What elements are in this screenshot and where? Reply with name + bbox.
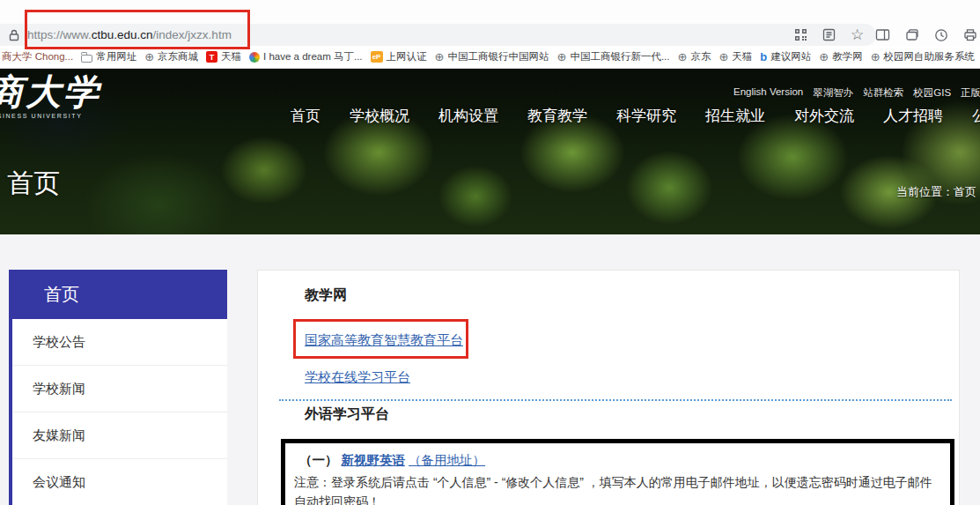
sidebar: 首页 学校公告 学校新闻 友媒新闻 会议通知 <box>9 270 227 505</box>
utility-link[interactable]: 校园GIS <box>913 86 951 100</box>
dotted-separator <box>279 399 952 401</box>
link-backup-address[interactable]: （备用地址） <box>409 453 485 467</box>
address-bar[interactable]: https://www.ctbu.edu.cn/index/jxzx.htm <box>0 24 876 46</box>
toolbar-right-actions <box>874 23 978 47</box>
bookmark-favicon <box>144 51 154 63</box>
main-content: 教学网 国家高等教育智慧教育平台 学校在线学习平台 外语学习平台 （一） 新视野… <box>257 270 960 505</box>
bookmark-favicon <box>718 51 728 63</box>
sidebar-item[interactable]: 学校公告 <box>9 319 227 366</box>
bookmark-label: 常用网址 <box>96 50 136 63</box>
bookmark-item[interactable]: 建议网站 <box>760 50 811 63</box>
bookmark-label: 中国工商银行新一代... <box>570 50 669 63</box>
university-logo[interactable]: 商大学 USINESS UNIVERSITY <box>0 74 101 119</box>
url-path: /index/jxzx.htm <box>153 28 232 41</box>
bookmark-item[interactable]: 中国工商银行新一代... <box>556 50 669 63</box>
utility-link[interactable]: English Version <box>733 86 803 100</box>
history-icon[interactable] <box>932 26 949 43</box>
bookmark-item[interactable]: 校园网自助服务系统 <box>871 50 975 63</box>
sidebar-accent-stripe <box>9 319 12 505</box>
link-online-learning-platform[interactable]: 学校在线学习平台 <box>305 369 410 386</box>
bookmark-item[interactable]: 天猫 <box>206 50 241 63</box>
bookmark-item[interactable]: 教学网 <box>819 50 862 63</box>
bookmark-favicon <box>677 51 687 63</box>
bookmark-item[interactable]: 常用网址 <box>81 50 136 63</box>
bookmark-favicon <box>371 51 383 63</box>
bookmark-label: I have a dream 马丁... <box>263 50 363 63</box>
nav-item[interactable]: 对外交流 <box>794 106 854 126</box>
bookmark-favicon <box>435 51 445 63</box>
breadcrumb: 当前位置：首页 <box>896 184 976 200</box>
notice-box: （一） 新视野英语 （备用地址） 注意：登录系统后请点击 “个人信息” - “修… <box>281 439 954 505</box>
section-title-teaching: 教学网 <box>305 286 347 305</box>
bookmark-item[interactable]: 上网认证 <box>371 50 427 63</box>
link-new-horizon-english[interactable]: 新视野英语 <box>342 453 406 467</box>
nav-item[interactable]: 学校概况 <box>350 106 409 126</box>
bookmark-favicon <box>871 51 881 63</box>
nav-item[interactable]: 教育教学 <box>527 106 587 126</box>
bookmark-label: 建议网站 <box>770 50 811 63</box>
lock-icon[interactable] <box>9 29 19 41</box>
nav-item[interactable]: 首页 <box>291 106 321 126</box>
bookmark-favicon <box>556 51 566 63</box>
notice-heading: （一） 新视野英语 （备用地址） <box>299 450 941 470</box>
logo-english-text: USINESS UNIVERSITY <box>0 113 101 119</box>
bookmark-favicon <box>206 51 217 63</box>
print-icon[interactable] <box>962 26 978 43</box>
logo-chinese-text: 商大学 <box>0 74 101 109</box>
notice-text: 注意：登录系统后请点击 “个人信息” - “修改个人信息” ，填写本人的常用电子… <box>294 472 941 505</box>
bookmark-label: 天猫 <box>732 50 752 63</box>
sidebar-item[interactable]: 学校新闻 <box>9 366 227 412</box>
bookmark-label: 校园网自助服务系统 <box>884 50 976 63</box>
bookmark-label: 天猫 <box>221 50 241 63</box>
bookmark-item[interactable]: I have a dream 马丁... <box>249 50 363 63</box>
nav-item[interactable]: 科学研究 <box>616 106 676 126</box>
bookmark-favicon <box>249 52 260 63</box>
url-scheme: https://www. <box>27 28 92 41</box>
address-bar-actions: ☆ <box>792 26 866 43</box>
bookmark-favicon <box>81 55 92 63</box>
split-screen-icon[interactable] <box>874 26 891 43</box>
utility-link[interactable]: 翠湖智办 <box>813 86 853 100</box>
nav-item[interactable]: 公 <box>972 106 980 126</box>
sidebar-item[interactable]: 友媒新闻 <box>9 412 227 459</box>
bookmark-favicon <box>819 51 829 63</box>
bookmark-favicon <box>760 50 767 63</box>
url-text[interactable]: https://www.ctbu.edu.cn/index/jxzx.htm <box>27 28 232 41</box>
link-smart-education-platform[interactable]: 国家高等教育智慧教育平台 <box>305 332 463 349</box>
bookmark-label: 上网认证 <box>387 50 427 63</box>
header-utility-links: English Version 翠湖智办 站群检索 校园GIS 正版软件 工 <box>733 86 980 100</box>
bookmark-item[interactable]: 京东商城 <box>144 50 198 63</box>
utility-link[interactable]: 正版软件 <box>961 86 980 100</box>
nav-item[interactable]: 机构设置 <box>438 106 498 126</box>
sidebar-item[interactable]: 会议通知 <box>9 459 227 505</box>
nav-item[interactable]: 人才招聘 <box>883 106 943 126</box>
sidebar-header: 首页 <box>9 270 227 319</box>
utility-link[interactable]: 站群检索 <box>863 86 903 100</box>
bookmark-label: 商大学 Chong... <box>2 50 73 63</box>
browser-toolbar: https://www.ctbu.edu.cn/index/jxzx.htm <box>0 0 980 46</box>
main-navigation: 首页 学校概况 机构设置 教育教学 科学研究 招生就业 对外交流 人才招聘 公 <box>291 106 980 126</box>
url-domain: ctbu.edu.cn <box>92 28 153 41</box>
page-title: 首页 <box>7 166 60 202</box>
section-title-foreign-language: 外语学习平台 <box>305 405 389 424</box>
bookmark-item[interactable]: 中国工商银行中国网站 <box>435 50 549 63</box>
bookmark-label: 教学网 <box>832 50 863 63</box>
notice-index: （一） <box>299 453 338 467</box>
nav-item[interactable]: 招生就业 <box>705 106 765 126</box>
bookmark-label: 京东 <box>690 50 711 63</box>
browser-window: https://www.ctbu.edu.cn/index/jxzx.htm <box>0 0 980 505</box>
favorites-star-icon[interactable]: ☆ <box>849 26 866 43</box>
bookmark-label: 京东商城 <box>158 50 198 63</box>
bookmark-item[interactable]: 天猫 <box>718 50 752 63</box>
collections-icon[interactable] <box>903 26 920 43</box>
qr-code-icon[interactable] <box>792 26 809 43</box>
bookmark-label: 中国工商银行中国网站 <box>447 50 549 63</box>
bookmarks-bar: 商大学 Chong... 常用网址 京东商城 天猫 I have a dream… <box>0 46 980 69</box>
bookmark-item[interactable]: 京东 <box>677 50 711 63</box>
site-header-banner: 商大学 USINESS UNIVERSITY English Version 翠… <box>0 69 980 234</box>
bookmark-item[interactable]: 商大学 Chong... <box>2 50 73 63</box>
reading-view-icon[interactable] <box>821 26 837 43</box>
